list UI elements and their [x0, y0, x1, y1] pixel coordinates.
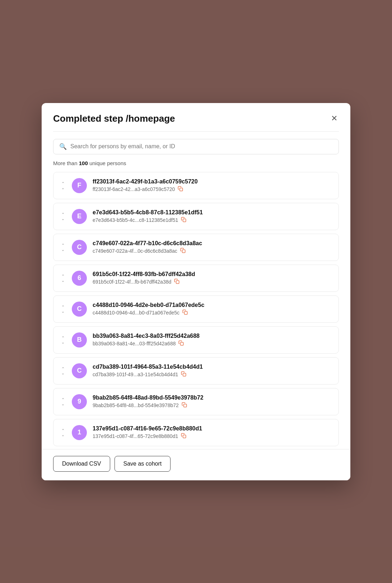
modal-footer: Download CSV Save as cohort: [42, 449, 350, 480]
person-card: ⌃ ⌃ E e7e3d643-b5b5-4cb8-87c8-112385e1df…: [53, 203, 339, 230]
download-csv-button[interactable]: Download CSV: [53, 456, 110, 472]
svg-rect-6: [183, 373, 186, 376]
person-id-full: 691b5c0f-1f22-4ff8-93fb-b67dff42a38d: [93, 271, 332, 277]
svg-rect-8: [183, 435, 186, 438]
copy-icon[interactable]: [181, 217, 186, 223]
person-id-short: 691b5c0f-1f22-4f...fb-b67dff42a38d: [93, 279, 332, 285]
chevron-down-icon: ⌃: [61, 247, 65, 251]
person-id-full: bb39a063-8a81-4ec3-8a03-fff25d42a688: [93, 333, 332, 339]
person-id-short: bb39a063-8a81-4e...03-fff25d42a688: [93, 340, 332, 347]
chevron-up-icon: ⌃: [61, 305, 65, 309]
avatar: C: [72, 363, 87, 378]
avatar: 9: [72, 394, 87, 409]
person-id-short: 9bab2b85-64f8-48...bd-5549e3978b72: [93, 402, 332, 409]
avatar: 6: [72, 271, 87, 286]
copy-icon[interactable]: [180, 248, 186, 254]
person-info: ff23013f-6ac2-429f-b1a3-a6c0759c5720 ff2…: [93, 178, 332, 192]
person-info: 9bab2b85-64f8-48ad-89bd-5549e3978b72 9ba…: [93, 395, 332, 409]
person-info: bb39a063-8a81-4ec3-8a03-fff25d42a688 bb3…: [93, 333, 332, 347]
person-card: ⌃ ⌃ F ff23013f-6ac2-429f-b1a3-a6c0759c57…: [53, 172, 339, 199]
person-card: ⌃ ⌃ B bb39a063-8a81-4ec3-8a03-fff25d42a6…: [53, 326, 339, 354]
person-id-short: c4488d10-0946-4d...b0-d71a067ede5c: [93, 309, 332, 316]
search-input[interactable]: [70, 143, 333, 150]
avatar: F: [72, 178, 87, 193]
person-id-full: 137e95d1-c087-4f16-9e65-72c9e8b880d1: [93, 425, 332, 432]
person-id-full: 9bab2b85-64f8-48ad-89bd-5549e3978b72: [93, 395, 332, 401]
svg-rect-0: [180, 188, 183, 191]
person-info: 137e95d1-c087-4f16-9e65-72c9e8b880d1 137…: [93, 425, 332, 439]
chevron-down-icon: ⌃: [61, 278, 65, 282]
person-id-full: cd7ba389-101f-4964-85a3-11e54cb4d4d1: [93, 364, 332, 370]
person-id-short: ff23013f-6ac2-42...a3-a6c0759c5720: [93, 186, 332, 192]
expand-button[interactable]: ⌃ ⌃: [60, 428, 66, 437]
svg-rect-2: [182, 250, 185, 253]
expand-button[interactable]: ⌃ ⌃: [60, 366, 66, 376]
close-icon: ✕: [331, 115, 337, 122]
person-id-short: cd7ba389-101f-49...a3-11e54cb4d4d1: [93, 371, 332, 378]
close-button[interactable]: ✕: [330, 113, 339, 124]
chevron-up-icon: ⌃: [61, 182, 65, 186]
avatar: C: [72, 302, 87, 317]
expand-button[interactable]: ⌃ ⌃: [60, 335, 66, 345]
chevron-up-icon: ⌃: [61, 243, 65, 247]
person-id-full: e7e3d643-b5b5-4cb8-87c8-112385e1df51: [93, 209, 332, 216]
chevron-up-icon: ⌃: [61, 213, 65, 216]
person-card: ⌃ ⌃ 6 691b5c0f-1f22-4ff8-93fb-b67dff42a3…: [53, 265, 339, 292]
person-card: ⌃ ⌃ C c4488d10-0946-4d2e-beb0-d71a067ede…: [53, 295, 339, 323]
search-input-wrap[interactable]: 🔍: [53, 139, 339, 154]
chevron-up-icon: ⌃: [61, 336, 65, 340]
avatar: C: [72, 240, 87, 255]
person-info: e7e3d643-b5b5-4cb8-87c8-112385e1df51 e7e…: [93, 209, 332, 223]
chevron-down-icon: ⌃: [61, 309, 65, 313]
chevron-down-icon: ⌃: [61, 433, 65, 437]
chevron-up-icon: ⌃: [61, 429, 65, 433]
chevron-up-icon: ⌃: [61, 367, 65, 371]
expand-button[interactable]: ⌃ ⌃: [60, 243, 66, 252]
chevron-down-icon: ⌃: [61, 186, 65, 190]
search-container: 🔍: [42, 132, 350, 159]
expand-button[interactable]: ⌃ ⌃: [60, 397, 66, 406]
avatar: E: [72, 209, 87, 224]
expand-button[interactable]: ⌃ ⌃: [60, 274, 66, 283]
expand-button[interactable]: ⌃ ⌃: [60, 304, 66, 314]
search-icon: 🔍: [59, 143, 67, 150]
person-card: ⌃ ⌃ 9 9bab2b85-64f8-48ad-89bd-5549e3978b…: [53, 388, 339, 415]
person-info: 691b5c0f-1f22-4ff8-93fb-b67dff42a38d 691…: [93, 271, 332, 285]
svg-rect-3: [176, 281, 179, 284]
avatar: B: [72, 332, 87, 348]
svg-rect-7: [183, 404, 186, 407]
person-id-short: c749e607-022a-4f...0c-d6c6c8d3a8ac: [93, 248, 332, 254]
svg-rect-1: [183, 219, 186, 222]
copy-icon[interactable]: [178, 186, 183, 192]
person-id-full: ff23013f-6ac2-429f-b1a3-a6c0759c5720: [93, 178, 332, 185]
person-card: ⌃ ⌃ C c749e607-022a-4f77-b10c-d6c6c8d3a8…: [53, 234, 339, 261]
person-id-full: c749e607-022a-4f77-b10c-d6c6c8d3a8ac: [93, 240, 332, 247]
copy-icon[interactable]: [182, 402, 187, 409]
chevron-up-icon: ⌃: [61, 398, 65, 402]
copy-icon[interactable]: [182, 309, 188, 316]
person-id-full: c4488d10-0946-4d2e-beb0-d71a067ede5c: [93, 302, 332, 308]
person-info: cd7ba389-101f-4964-85a3-11e54cb4d4d1 cd7…: [93, 364, 332, 378]
chevron-down-icon: ⌃: [61, 216, 65, 220]
copy-icon[interactable]: [181, 371, 186, 378]
person-info: c4488d10-0946-4d2e-beb0-d71a067ede5c c44…: [93, 302, 332, 316]
chevron-down-icon: ⌃: [61, 340, 65, 344]
chevron-down-icon: ⌃: [61, 402, 65, 406]
avatar: 1: [72, 425, 87, 440]
person-card: ⌃ ⌃ 1 137e95d1-c087-4f16-9e65-72c9e8b880…: [53, 419, 339, 446]
person-card: ⌃ ⌃ C cd7ba389-101f-4964-85a3-11e54cb4d4…: [53, 357, 339, 384]
modal-header: Completed step /homepage ✕: [42, 103, 350, 131]
chevron-down-icon: ⌃: [61, 371, 65, 375]
person-id-short: e7e3d643-b5b5-4c...c8-112385e1df51: [93, 217, 332, 223]
copy-icon[interactable]: [174, 279, 179, 285]
copy-icon[interactable]: [181, 433, 186, 439]
copy-icon[interactable]: [178, 340, 184, 347]
chevron-up-icon: ⌃: [61, 274, 65, 278]
save-cohort-button[interactable]: Save as cohort: [115, 456, 171, 472]
expand-button[interactable]: ⌃ ⌃: [60, 181, 66, 190]
modal-title: Completed step /homepage: [53, 113, 175, 124]
svg-rect-5: [181, 342, 183, 345]
person-id-short: 137e95d1-c087-4f...65-72c9e8b880d1: [93, 433, 332, 439]
expand-button[interactable]: ⌃ ⌃: [60, 212, 66, 221]
svg-rect-4: [185, 312, 187, 314]
